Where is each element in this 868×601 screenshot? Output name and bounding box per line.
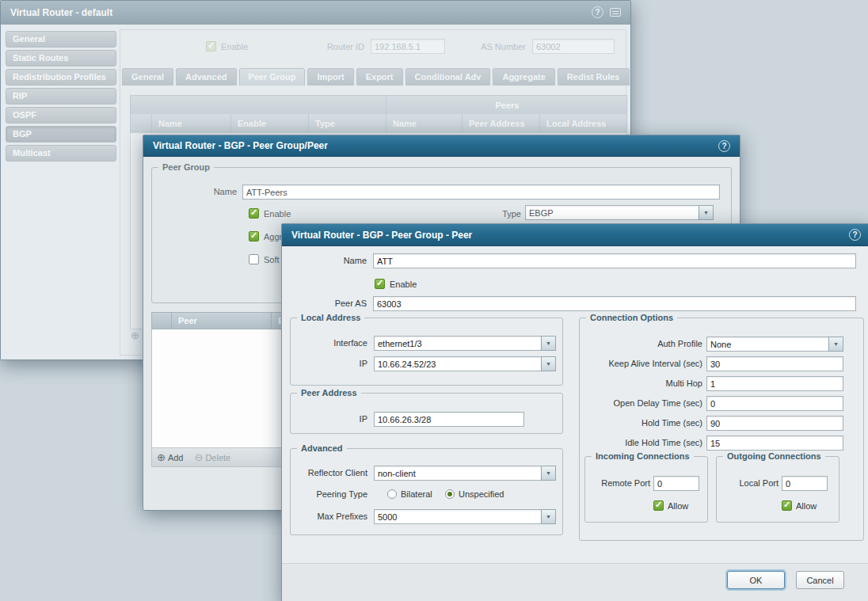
idle-hold-time-input[interactable]	[706, 436, 843, 451]
idle-hold-time-label: Idle Hold Time (sec)	[586, 436, 702, 450]
unspecified-radio[interactable]	[445, 489, 455, 499]
name-input[interactable]	[373, 253, 856, 268]
interface-label: Interface	[295, 336, 367, 350]
reflector-client-value[interactable]	[374, 466, 541, 481]
dialog-title: Virtual Router - BGP - Peer Group - Peer	[291, 230, 863, 241]
enable-label: Enable	[264, 207, 291, 221]
type-value[interactable]	[525, 205, 699, 220]
chevron-down-icon[interactable]	[541, 336, 556, 351]
connection-options-legend: Connection Options	[586, 312, 677, 323]
max-prefixes-label: Max Prefixes	[295, 509, 367, 523]
enable-checkbox[interactable]	[249, 208, 259, 219]
chevron-down-icon[interactable]	[541, 509, 556, 524]
chevron-down-icon[interactable]	[541, 356, 556, 371]
peer-group-legend: Peer Group	[158, 162, 214, 173]
multi-hop-input[interactable]	[706, 376, 843, 391]
local-port-label: Local Port	[720, 476, 779, 490]
help-icon[interactable]	[718, 140, 730, 152]
outgoing-allow-checkbox[interactable]	[782, 500, 792, 511]
peer-ip-input[interactable]	[374, 412, 524, 427]
enable-checkbox[interactable]	[375, 279, 385, 289]
hold-time-label: Hold Time (sec)	[586, 416, 702, 430]
peer-dialog-titlebar: Virtual Router - BGP - Peer Group - Peer	[282, 224, 868, 246]
chevron-down-icon[interactable]	[699, 205, 714, 220]
local-port-input[interactable]	[782, 476, 828, 491]
keep-alive-input[interactable]	[706, 356, 843, 371]
delete-button[interactable]: Delete	[194, 451, 230, 463]
advanced-legend: Advanced	[297, 443, 347, 454]
add-button-label: Add	[168, 453, 184, 462]
connection-options-fieldset: Connection Options Auth Profile Keep Ali…	[579, 318, 864, 541]
outgoing-connections-legend: Outgoing Connections	[723, 451, 825, 462]
soft-reset-label: Soft	[264, 253, 280, 267]
keep-alive-label: Keep Alive Interval (sec)	[586, 356, 702, 371]
ok-button[interactable]: OK	[727, 571, 785, 589]
remote-port-label: Remote Port	[588, 476, 650, 490]
screen: Virtual Router - default General Static …	[0, 0, 868, 601]
incoming-allow-checkbox[interactable]	[653, 500, 664, 511]
interface-value[interactable]	[374, 336, 541, 351]
hold-time-input[interactable]	[706, 416, 843, 431]
outgoing-connections-fieldset: Outgoing Connections Local Port Allow	[716, 456, 839, 523]
multi-hop-label: Multi Hop	[586, 376, 702, 390]
add-button[interactable]: Add	[157, 451, 183, 463]
chevron-down-icon[interactable]	[541, 466, 556, 481]
max-prefixes-combobox[interactable]	[374, 509, 556, 524]
soft-reset-checkbox[interactable]	[249, 254, 259, 264]
aggregated-med-label: Aggr	[264, 230, 282, 244]
local-ip-label: IP	[295, 356, 367, 371]
delete-button-label: Delete	[205, 453, 230, 462]
enable-label: Enable	[390, 277, 417, 291]
outgoing-allow-label: Allow	[796, 499, 817, 513]
peer-as-label: Peer AS	[294, 296, 367, 310]
local-ip-value[interactable]	[374, 356, 541, 371]
auth-profile-combobox[interactable]	[706, 337, 843, 352]
delete-icon	[194, 451, 203, 463]
chevron-down-icon[interactable]	[828, 337, 843, 352]
name-label: Name	[191, 184, 237, 199]
peering-type-label: Peering Type	[295, 487, 367, 501]
aggregated-med-checkbox[interactable]	[249, 231, 259, 242]
local-ip-combobox[interactable]	[374, 356, 556, 371]
peer-dialog: Virtual Router - BGP - Peer Group - Peer…	[281, 223, 868, 601]
add-icon	[157, 451, 166, 463]
column-header-peer[interactable]: Peer	[171, 313, 271, 329]
help-icon[interactable]	[849, 229, 861, 241]
advanced-fieldset: Advanced Reflector Client Peering Type B…	[290, 448, 563, 535]
local-address-fieldset: Local Address Interface IP	[290, 318, 563, 386]
incoming-connections-legend: Incoming Connections	[592, 451, 694, 462]
peer-address-fieldset: Peer Address IP	[290, 393, 563, 434]
local-address-legend: Local Address	[297, 312, 364, 323]
cancel-button[interactable]: Cancel	[796, 571, 844, 589]
type-combobox[interactable]	[525, 205, 714, 220]
name-input[interactable]	[242, 184, 720, 200]
reflector-client-combobox[interactable]	[374, 466, 556, 481]
reflector-client-label: Reflector Client	[295, 466, 367, 480]
dialog-title: Virtual Router - BGP - Peer Group/Peer	[153, 140, 718, 151]
bilateral-label: Bilateral	[401, 487, 432, 501]
max-prefixes-value[interactable]	[374, 509, 541, 524]
type-label: Type	[474, 207, 521, 221]
peer-as-input[interactable]	[373, 296, 856, 311]
open-delay-input[interactable]	[706, 396, 843, 411]
bilateral-radio[interactable]	[387, 489, 397, 499]
peer-group-dialog-titlebar: Virtual Router - BGP - Peer Group/Peer	[143, 135, 740, 157]
incoming-connections-fieldset: Incoming Connections Remote Port Allow	[584, 456, 708, 523]
peer-ip-label: IP	[295, 412, 367, 426]
name-label: Name	[294, 253, 367, 268]
auth-profile-label: Auth Profile	[586, 337, 702, 351]
open-delay-label: Open Delay Time (sec)	[586, 396, 702, 410]
peer-address-legend: Peer Address	[297, 387, 361, 398]
auth-profile-value[interactable]	[706, 337, 828, 352]
remote-port-input[interactable]	[653, 476, 699, 491]
unspecified-label: Unspecified	[459, 487, 504, 501]
interface-combobox[interactable]	[374, 336, 556, 351]
incoming-allow-label: Allow	[668, 499, 688, 513]
